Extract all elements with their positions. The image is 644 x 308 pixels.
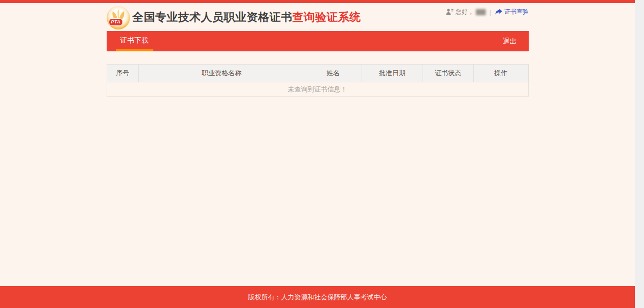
col-header-approval-date: 批准日期 [362, 65, 423, 82]
logo-flame-icon [107, 6, 130, 29]
col-header-name: 姓名 [305, 65, 362, 82]
main-container: PTA 全国专业技术人员职业资格证书查询验证系统 您好， ███ | 证书查验 [107, 3, 529, 97]
forward-arrow-icon [495, 9, 502, 15]
page: PTA 全国专业技术人员职业资格证书查询验证系统 您好， ███ | 证书查验 [0, 0, 635, 308]
site-title-accent: 查询验证系统 [293, 11, 361, 23]
logo-pta-badge: PTA [109, 18, 123, 26]
site-title: 全国专业技术人员职业资格证书查询验证系统 [133, 10, 361, 25]
user-name-redacted: ███ [476, 9, 485, 15]
col-header-actions: 操作 [473, 65, 528, 82]
certificate-verify-link[interactable]: 证书查验 [495, 8, 529, 16]
certificate-table: 序号 职业资格名称 姓名 批准日期 证书状态 操作 未查询到证书信息！ [107, 64, 529, 97]
navbar: 证书下载 退出 [107, 31, 529, 51]
certificate-table-wrap: 序号 职业资格名称 姓名 批准日期 证书状态 操作 未查询到证书信息！ [107, 64, 529, 97]
tab-certificate-download[interactable]: 证书下载 [116, 31, 153, 51]
empty-state-message: 未查询到证书信息！ [107, 82, 528, 97]
scrollbar-track[interactable] [635, 0, 644, 308]
col-header-certificate-status: 证书状态 [423, 65, 473, 82]
table-header-row: 序号 职业资格名称 姓名 批准日期 证书状态 操作 [107, 65, 528, 82]
logout-button[interactable]: 退出 [503, 31, 529, 51]
site-footer: 版权所有：人力资源和社会保障部人事考试中心 [0, 286, 635, 308]
col-header-index: 序号 [107, 65, 138, 82]
greeting-divider: | [489, 9, 491, 16]
copyright-text: 版权所有：人力资源和社会保障部人事考试中心 [248, 293, 387, 301]
empty-state-row: 未查询到证书信息！ [107, 82, 528, 97]
greeting-text: 您好， [456, 8, 474, 16]
pta-logo: PTA [107, 6, 130, 29]
user-greeting: 您好， ███ | 证书查验 [446, 8, 528, 16]
user-icon [446, 9, 454, 15]
col-header-qualification-name: 职业资格名称 [138, 65, 305, 82]
site-header: PTA 全国专业技术人员职业资格证书查询验证系统 您好， ███ | 证书查验 [107, 3, 529, 31]
verify-link-label: 证书查验 [504, 8, 529, 16]
site-title-main: 全国专业技术人员职业资格证书 [133, 11, 293, 23]
